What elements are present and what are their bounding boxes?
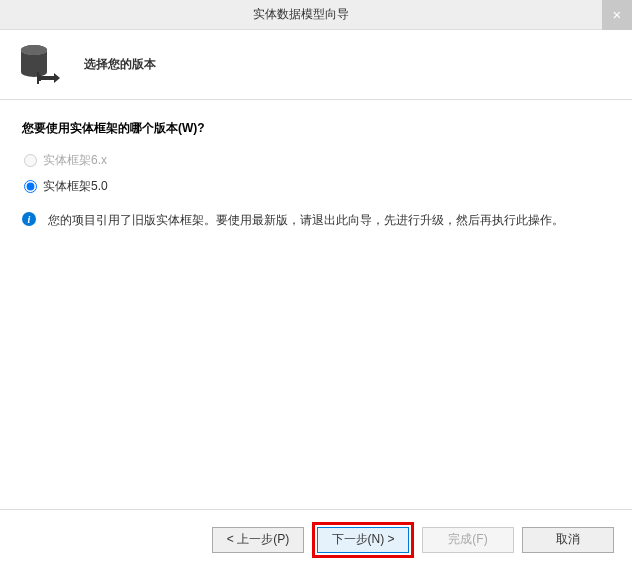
- database-icon: [18, 42, 64, 88]
- radio-option-ef6: 实体框架6.x: [24, 151, 610, 169]
- cancel-button[interactable]: 取消: [522, 527, 614, 553]
- svg-rect-3: [37, 72, 39, 84]
- next-button-highlight: 下一步(N) >: [312, 522, 414, 558]
- close-button[interactable]: ×: [602, 0, 632, 30]
- radio-ef6: [24, 154, 37, 167]
- question-label: 您要使用实体框架的哪个版本(W)?: [22, 120, 610, 137]
- radio-option-ef5[interactable]: 实体框架5.0: [24, 177, 610, 195]
- wizard-header: 选择您的版本: [0, 30, 632, 100]
- finish-button: 完成(F): [422, 527, 514, 553]
- svg-point-1: [21, 45, 47, 55]
- titlebar: 实体数据模型向导 ×: [0, 0, 632, 30]
- radio-ef5[interactable]: [24, 180, 37, 193]
- info-icon: i: [22, 212, 36, 226]
- next-button[interactable]: 下一步(N) >: [317, 527, 409, 553]
- window-title: 实体数据模型向导: [0, 6, 602, 23]
- radio-ef5-label[interactable]: 实体框架5.0: [43, 178, 108, 195]
- radio-ef6-label: 实体框架6.x: [43, 152, 107, 169]
- wizard-content: 您要使用实体框架的哪个版本(W)? 实体框架6.x 实体框架5.0 i 您的项目…: [0, 100, 632, 500]
- version-radio-group: 实体框架6.x 实体框架5.0: [24, 151, 610, 195]
- page-title: 选择您的版本: [84, 56, 156, 73]
- info-text: 您的项目引用了旧版实体框架。要使用最新版，请退出此向导，先进行升级，然后再执行此…: [48, 211, 564, 229]
- close-icon: ×: [613, 6, 622, 23]
- wizard-footer: < 上一步(P) 下一步(N) > 完成(F) 取消: [0, 509, 632, 569]
- info-row: i 您的项目引用了旧版实体框架。要使用最新版，请退出此向导，先进行升级，然后再执…: [22, 211, 610, 229]
- prev-button[interactable]: < 上一步(P): [212, 527, 304, 553]
